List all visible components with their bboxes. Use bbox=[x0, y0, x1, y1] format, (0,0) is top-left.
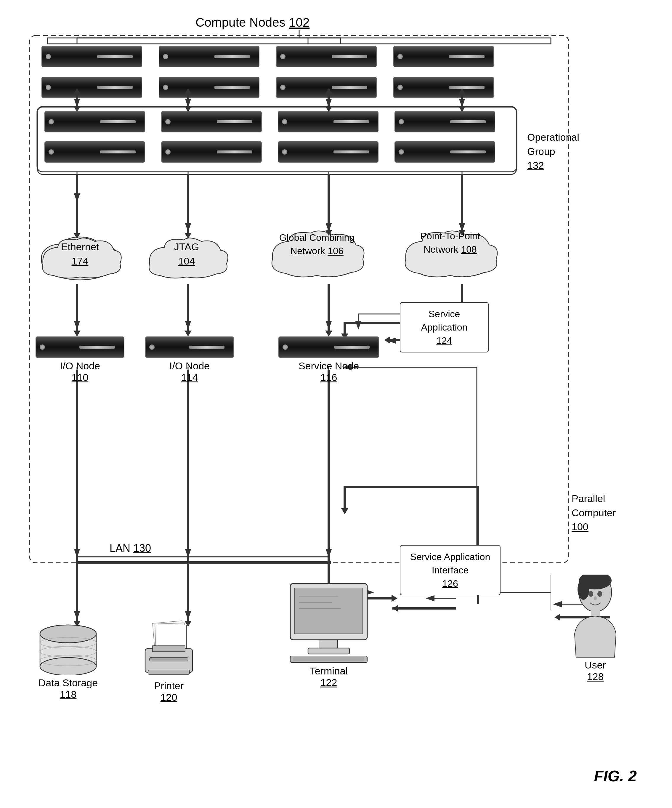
compute-node-5 bbox=[42, 77, 142, 98]
arrow-sai-term-head bbox=[392, 605, 399, 612]
io-node-1-label: I/O Node 110 bbox=[35, 360, 124, 383]
svg-rect-72 bbox=[308, 648, 350, 654]
data-storage-icon bbox=[35, 622, 101, 675]
svg-point-80 bbox=[594, 596, 597, 600]
svg-rect-63 bbox=[153, 646, 185, 652]
compute-node-7 bbox=[276, 77, 377, 98]
svg-point-78 bbox=[589, 591, 593, 597]
parallel-computer-label: ParallelComputer100 bbox=[572, 492, 616, 534]
arrow-sai-sn-head bbox=[341, 508, 348, 514]
printer-container: Printer 120 bbox=[136, 619, 202, 703]
op-node-1 bbox=[44, 111, 145, 132]
ptp-label: Point-To-PointNetwork 108 bbox=[397, 230, 504, 256]
io-node-2-label: I/O Node 114 bbox=[145, 360, 234, 383]
operational-group-label: OperationalGroup132 bbox=[527, 130, 579, 173]
service-app-interface-box: Service Application Interface 126 bbox=[400, 545, 500, 595]
arrow-col4-up-head bbox=[459, 88, 465, 94]
io-node-2-rack bbox=[145, 336, 234, 358]
arrow-sai-sn-v2 bbox=[344, 486, 346, 509]
svg-point-55 bbox=[40, 625, 96, 643]
io-node-2-container: I/O Node 114 bbox=[145, 336, 234, 383]
arrow-col1-down-head2 bbox=[73, 233, 80, 239]
arrow-io1-lan bbox=[76, 370, 78, 562]
op-node-3 bbox=[278, 111, 379, 132]
jtag-label: JTAG 104 bbox=[142, 240, 231, 268]
compute-node-6 bbox=[159, 77, 259, 98]
arrow-gcn-sn bbox=[328, 284, 330, 332]
gcn-label: Global CombiningNetwork 106 bbox=[263, 231, 370, 258]
arrow-sn-lan bbox=[328, 370, 330, 562]
arrow-col4-down bbox=[461, 175, 463, 231]
operational-group-grid bbox=[44, 111, 507, 167]
svg-point-54 bbox=[40, 658, 96, 675]
op-node-2 bbox=[161, 111, 262, 132]
printer-label: Printer 120 bbox=[154, 680, 183, 703]
arrow-col3-down-head bbox=[325, 106, 332, 112]
arrow-col2-up-head bbox=[185, 88, 192, 94]
op-node-8 bbox=[395, 141, 495, 163]
printer-icon bbox=[136, 619, 202, 678]
arrow-col2-down-head2 bbox=[185, 233, 192, 239]
lan-label: LAN 130 bbox=[110, 542, 151, 554]
service-application-box: Service Application 124 bbox=[400, 302, 489, 352]
ethernet-cloud-container: Ethernet 174 bbox=[35, 231, 124, 284]
data-storage-container: Data Storage 118 bbox=[35, 622, 101, 700]
arrow-col4-down-head bbox=[459, 106, 465, 112]
compute-nodes-label: Compute Nodes 102 bbox=[195, 15, 310, 30]
arrow-eth-io1-head bbox=[73, 331, 80, 336]
arrow-sai-sn-h bbox=[344, 486, 479, 488]
svg-rect-64 bbox=[148, 670, 190, 674]
terminal-icon bbox=[284, 581, 373, 663]
arrow-ptp-v2 bbox=[344, 322, 346, 335]
op-node-7 bbox=[278, 141, 379, 163]
arrow-io2-lan bbox=[187, 370, 189, 562]
compute-node-8 bbox=[393, 77, 494, 98]
user-label: User 128 bbox=[585, 659, 606, 683]
arrow-col3-down-head2 bbox=[325, 230, 332, 236]
arrow-sapp-sn-head bbox=[384, 336, 390, 344]
figure-label: FIG. 2 bbox=[594, 767, 637, 785]
arrow-col1-up-head bbox=[73, 88, 80, 94]
service-node-container: Service Node 116 bbox=[278, 336, 379, 383]
terminal-label: Terminal 122 bbox=[310, 665, 348, 688]
io-node-1-rack bbox=[35, 336, 124, 358]
arrow-col3-down bbox=[328, 175, 330, 231]
service-node-rack bbox=[278, 336, 379, 358]
arrow-sai-term bbox=[392, 607, 456, 609]
arrow-jtag-io2-head bbox=[185, 331, 192, 336]
compute-node-2 bbox=[159, 46, 259, 67]
svg-point-77 bbox=[577, 579, 589, 600]
arrow-col2-down-head bbox=[185, 106, 192, 112]
arrow-gcn-sn-head bbox=[325, 331, 332, 336]
svg-point-79 bbox=[597, 591, 602, 597]
io-node-1-container: I/O Node 110 bbox=[35, 336, 124, 383]
arrow-col1-down bbox=[76, 175, 78, 234]
compute-node-3 bbox=[276, 46, 377, 67]
jtag-cloud-container: JTAG 104 bbox=[142, 231, 231, 284]
arrow-user-sai-head bbox=[554, 614, 560, 621]
arrow-col4-down-head2 bbox=[459, 230, 465, 236]
lan-line bbox=[76, 561, 331, 564]
compute-node-1 bbox=[42, 46, 142, 67]
arrow-col1-down-head bbox=[73, 106, 80, 112]
data-storage-label: Data Storage 118 bbox=[38, 677, 98, 700]
arrow-col3-up-head bbox=[325, 88, 332, 94]
compute-nodes-grid bbox=[42, 46, 506, 103]
op-node-4 bbox=[395, 111, 495, 132]
svg-rect-65 bbox=[150, 658, 188, 661]
terminal-container: Terminal 122 bbox=[284, 581, 373, 688]
arrow-sn-term-head bbox=[392, 595, 397, 602]
op-node-6 bbox=[161, 141, 262, 163]
arrow-eth-io1 bbox=[76, 284, 78, 332]
svg-rect-67 bbox=[295, 588, 363, 634]
user-icon bbox=[566, 574, 625, 658]
svg-rect-71 bbox=[320, 640, 338, 649]
service-node-label: Service Node 116 bbox=[278, 360, 379, 383]
ethernet-label: Ethernet 174 bbox=[35, 240, 124, 268]
ptp-cloud-container: Point-To-PointNetwork 108 bbox=[397, 225, 504, 284]
gcn-cloud-container: Global CombiningNetwork 106 bbox=[263, 225, 370, 284]
arrow-col2-down bbox=[187, 175, 189, 234]
arrow-jtag-io2 bbox=[187, 284, 189, 332]
svg-rect-74 bbox=[293, 657, 364, 661]
compute-node-4 bbox=[393, 46, 494, 67]
